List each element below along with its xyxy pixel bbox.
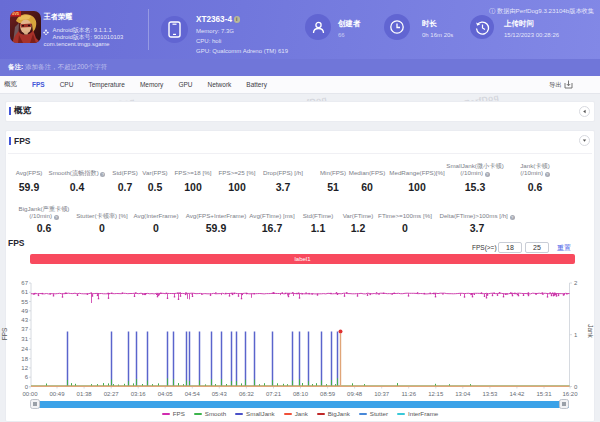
svg-text:5V5: 5V5 <box>12 11 20 16</box>
